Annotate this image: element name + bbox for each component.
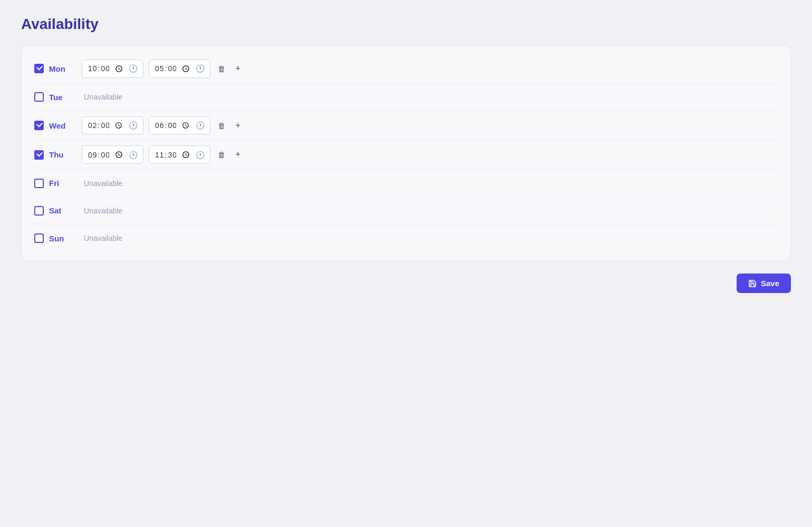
page-title: Availability (21, 16, 791, 33)
day-row-sun: Sun Unavailable (34, 225, 778, 252)
start-time-mon[interactable] (88, 63, 124, 74)
add-icon-mon: + (235, 63, 241, 74)
start-time-thu[interactable] (88, 149, 124, 160)
day-checkbox-wed[interactable] (34, 121, 44, 130)
save-btn-wrap: Save (21, 274, 791, 293)
start-time-wrap-wed: 🕐 (82, 116, 143, 135)
clock-icon-end-wed: 🕐 (196, 121, 205, 130)
start-time-wed[interactable] (88, 120, 124, 131)
end-time-thu[interactable] (154, 149, 191, 160)
clock-icon-start-mon: 🕐 (129, 64, 138, 73)
day-label-thu: Thu (49, 150, 66, 159)
day-checkbox-tue[interactable] (34, 92, 44, 102)
clock-icon-end-mon: 🕐 (196, 64, 205, 73)
day-row-sat: Sat Unavailable (34, 197, 778, 225)
unavailable-text-fri: Unavailable (84, 179, 122, 188)
add-icon-wed: + (235, 120, 241, 131)
day-checkbox-thu[interactable] (34, 150, 44, 160)
end-time-wed[interactable] (154, 120, 191, 131)
day-label-sat: Sat (49, 206, 66, 215)
clock-icon-start-wed: 🕐 (129, 121, 138, 130)
day-checkbox-sun[interactable] (34, 233, 44, 243)
time-slots-mon: 🕐 🕐 🗑 + (82, 60, 778, 78)
add-slot-thu[interactable]: + (233, 147, 243, 162)
unavailable-text-sun: Unavailable (84, 234, 122, 242)
day-label-sun: Sun (49, 234, 66, 243)
day-row-fri: Fri Unavailable (34, 170, 778, 197)
trash-icon-mon: 🗑 (218, 64, 226, 73)
clock-icon-start-thu: 🕐 (129, 151, 138, 159)
delete-slot-mon[interactable]: 🗑 (216, 62, 228, 75)
start-time-wrap-thu: 🕐 (82, 145, 143, 164)
day-checkbox-fri[interactable] (34, 179, 44, 188)
day-checkbox-mon[interactable] (34, 64, 44, 73)
day-row-wed: Wed 🕐 🕐 🗑 + (34, 111, 778, 141)
save-button[interactable]: Save (737, 274, 791, 293)
trash-icon-wed: 🗑 (218, 121, 226, 130)
save-label: Save (761, 279, 779, 288)
unavailable-text-tue: Unavailable (84, 93, 122, 101)
day-checkbox-wrap-wed: Wed (34, 121, 82, 130)
time-slots-wed: 🕐 🕐 🗑 + (82, 116, 778, 135)
time-slots-thu: 🕐 🕐 🗑 + (82, 145, 778, 164)
day-row-tue: Tue Unavailable (34, 84, 778, 111)
end-time-wrap-mon: 🕐 (149, 60, 210, 78)
clock-icon-end-thu: 🕐 (196, 151, 205, 159)
start-time-wrap-mon: 🕐 (82, 60, 143, 78)
day-checkbox-wrap-fri: Fri (34, 179, 82, 188)
day-row-mon: Mon 🕐 🕐 🗑 + (34, 54, 778, 84)
unavailable-text-sat: Unavailable (84, 207, 122, 215)
day-label-wed: Wed (49, 121, 66, 130)
delete-slot-thu[interactable]: 🗑 (216, 148, 228, 161)
day-checkbox-wrap-sat: Sat (34, 206, 82, 216)
trash-icon-thu: 🗑 (218, 150, 226, 159)
delete-slot-wed[interactable]: 🗑 (216, 119, 228, 132)
day-label-tue: Tue (49, 93, 66, 102)
add-slot-mon[interactable]: + (233, 61, 243, 76)
day-label-fri: Fri (49, 179, 66, 188)
day-checkbox-sat[interactable] (34, 206, 44, 216)
day-checkbox-wrap-sun: Sun (34, 233, 82, 243)
day-label-mon: Mon (49, 64, 66, 73)
end-time-wrap-thu: 🕐 (149, 145, 210, 164)
add-icon-thu: + (235, 149, 241, 160)
day-checkbox-wrap-mon: Mon (34, 64, 82, 73)
save-icon (748, 279, 757, 288)
availability-card: Mon 🕐 🕐 🗑 + Tue Unavailable (21, 45, 791, 261)
day-checkbox-wrap-thu: Thu (34, 150, 82, 160)
day-checkbox-wrap-tue: Tue (34, 92, 82, 102)
end-time-wrap-wed: 🕐 (149, 116, 210, 135)
day-row-thu: Thu 🕐 🕐 🗑 + (34, 140, 778, 170)
end-time-mon[interactable] (154, 63, 191, 74)
add-slot-wed[interactable]: + (233, 118, 243, 133)
